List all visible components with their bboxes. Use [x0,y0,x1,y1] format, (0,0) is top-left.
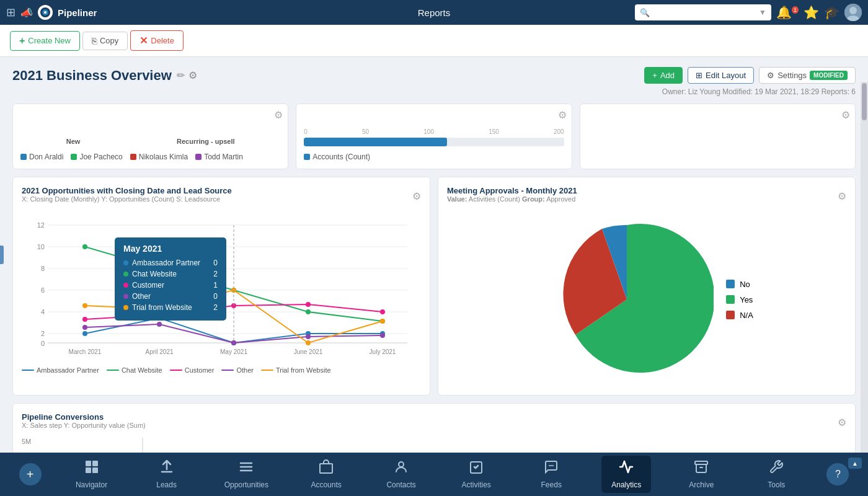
nav-help-button[interactable]: ? [826,463,849,485]
nav-label-contacts: Contacts [386,480,415,489]
axis-200: 200 [554,128,564,135]
nav-item-opportunities[interactable]: Opportunities [217,456,276,493]
nav-label-archive: Archive [689,480,714,489]
user-avatar[interactable] [844,4,862,21]
nav-add-button[interactable]: + [19,463,42,485]
svg-point-43 [306,334,311,339]
search-dropdown-icon[interactable]: ▼ [759,8,766,17]
pie-chart-title-area: Meeting Approvals - Monthly 2021 Value: … [447,186,577,206]
chart-card-2: ⚙ 0 50 100 150 200 Accounts [296,104,572,169]
tooltip-value-trial: 2 [213,303,218,312]
legend-label-todd: Todd Martin [204,153,243,161]
pie-dot-no [726,280,735,288]
scroll-thumb [862,83,867,120]
line-chart-subtitle: X: Closing Date (Monthly) Y: Opportuniti… [22,195,232,203]
edit-title-icon[interactable]: ✏ [177,69,185,81]
accounts-icon [319,459,334,478]
axis-100: 100 [423,128,434,135]
notification-icon[interactable]: 🔔1 [776,5,799,20]
tooltip-dot-ambassador [123,260,128,265]
legend-label-joe: Joe Pacheco [79,153,122,161]
pie-chart-legend: No Yes N/A [726,280,753,320]
tooltip-dot-other [123,294,128,299]
settings-gear-icon: ⚙ [767,71,774,80]
nav-item-leads[interactable]: Leads [142,456,192,493]
activities-icon [469,459,484,478]
legend-text-other: Other [236,366,254,374]
graduation-icon[interactable]: 🎓 [824,5,839,20]
svg-point-35 [82,317,87,322]
chart3-top-settings-button[interactable]: ⚙ [841,109,850,121]
legend-dot-don [20,154,27,160]
settings-button[interactable]: ⚙ Settings MODIFIED [759,67,856,84]
chart1-col1-label: New [66,138,81,145]
nav-item-archive[interactable]: Archive [676,456,726,493]
chart2-settings-button[interactable]: ⚙ [558,109,567,121]
legend-other: Other [221,366,254,374]
tooltip-value-ambassador: 0 [213,259,218,267]
tooltip-row-ambassador: Ambassador Partner 0 [123,259,218,267]
tooltip-label-trial: Trial from Website [132,303,192,312]
nav-item-tools[interactable]: Tools [751,456,801,493]
nav-expand-button[interactable]: ▲ [848,458,862,469]
line-chart-settings-button[interactable]: ⚙ [412,190,421,202]
axis-150: 150 [489,128,499,135]
svg-rect-62 [320,464,332,473]
nav-item-feeds[interactable]: Feeds [526,456,576,493]
edit-layout-button[interactable]: ⊞ Edit Layout [688,67,754,84]
page-title: 2021 Business Overview [12,68,172,84]
line-chart-tooltip: May 2021 Ambassador Partner 0 Chat Websi… [115,237,226,321]
line-chart-title: 2021 Opportunities with Closing Date and… [22,186,232,195]
axis-50: 50 [362,128,369,135]
megaphone-icon[interactable]: 📣 [20,7,33,19]
nav-label-feeds: Feeds [541,480,562,489]
page-actions: + Add ⊞ Edit Layout ⚙ Settings MODIFIED [644,67,856,84]
nav-label-accounts: Accounts [311,480,341,489]
page-title-icons: ✏ ⚙ [177,69,197,81]
tooltip-dot-trial [123,305,128,310]
settings-title-icon[interactable]: ⚙ [188,69,197,81]
copy-button[interactable]: ⎘ Copy [82,32,128,50]
svg-rect-55 [92,461,98,466]
pie-chart-settings-button[interactable]: ⚙ [838,190,846,202]
tooltip-dot-chat [123,272,128,277]
star-icon[interactable]: ⭐ [804,5,819,20]
legend-line-ambassador [22,370,34,371]
svg-point-45 [82,303,87,308]
create-plus-icon: + [19,35,25,46]
svg-rect-57 [92,467,98,473]
pipeline-chart-card: Pipeline Conversions X: Sales step Y: Op… [12,403,856,453]
legend-todd-martin: Todd Martin [195,153,243,161]
create-new-button[interactable]: + Create New [10,31,80,51]
delete-x-icon: ✕ [140,35,148,46]
nav-item-analytics[interactable]: Analytics [601,456,651,493]
line-chart-header: 2021 Opportunities with Closing Date and… [22,186,421,206]
chart1-legend: Don Araldi Joe Pacheco Nikolaus Kimla To… [20,153,280,161]
chart1-settings-button[interactable]: ⚙ [274,109,283,121]
pipeline-chart-subtitle: X: Sales step Y: Opportunity value (Sum) [22,422,146,429]
legend-line-customer [170,370,182,371]
add-button[interactable]: + Add [644,67,683,84]
delete-button[interactable]: ✕ Delete [130,30,184,51]
search-input[interactable] [652,8,759,17]
grid-menu-icon[interactable]: ⊞ [6,6,16,19]
nav-item-contacts[interactable]: Contacts [376,456,426,493]
chart2-legend-label: Accounts (Count) [312,153,370,161]
nav-item-activities[interactable]: Activities [451,456,501,493]
legend-label-nikolaus: Nikolaus Kimla [139,153,188,161]
line-chart-title-area: 2021 Opportunities with Closing Date and… [22,186,232,206]
collapse-panel-button[interactable]: ‹ [0,246,4,264]
feeds-icon [544,459,559,478]
chart2-bar-fill [304,138,447,146]
pie-label-na: N/A [740,311,753,320]
svg-text:4: 4 [41,308,45,316]
nav-item-navigator[interactable]: Navigator [67,456,117,493]
page-title-area: 2021 Business Overview ✏ ⚙ [12,68,197,84]
nav-item-accounts[interactable]: Accounts [301,456,351,493]
svg-text:6: 6 [41,286,45,294]
pipeline-chart-settings-button[interactable]: ⚙ [838,417,846,428]
svg-point-44 [380,333,385,338]
scroll-indicator[interactable] [861,82,868,453]
opportunities-icon [239,459,254,478]
search-bar[interactable]: 🔍 ▼ [635,4,771,20]
